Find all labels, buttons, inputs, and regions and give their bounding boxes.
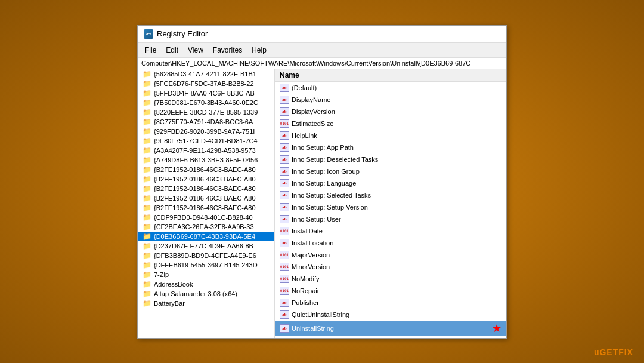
folder-icon: 📁 <box>143 270 151 279</box>
tree-item-label: {8C775E70-A791-4DA8-BCC3-6A <box>154 118 253 125</box>
registry-values-pane[interactable]: Name ab(Default)abDisplayNameabDisplayVe… <box>275 69 506 338</box>
menu-item-view[interactable]: View <box>183 44 208 56</box>
registry-tree-pane[interactable]: 📁{562885D3-41A7-4211-822E-B1B1📁{5FCE6D76… <box>138 69 275 338</box>
folder-icon: 📁 <box>143 194 151 202</box>
registry-value-name: Inno Setup: Language <box>292 180 501 187</box>
tree-item[interactable]: 📁{CDF9FBD0-D948-401C-B828-40 <box>138 213 274 222</box>
tree-item[interactable]: 📁{5FFD3D4F-8AA0-4C6F-8B3C-AB <box>138 88 274 98</box>
registry-value-name: Inno Setup: Deselected Tasks <box>292 156 501 163</box>
ab-icon: ab <box>280 155 289 164</box>
ab-icon: ab <box>280 84 289 92</box>
ab-icon: ab <box>280 96 289 104</box>
tree-item[interactable]: 📁7-Zip <box>138 270 274 279</box>
menu-item-help[interactable]: Help <box>247 44 271 56</box>
folder-icon: 📁 <box>143 223 151 231</box>
tree-item[interactable]: 📁{CF2BEA3C-26EA-32F8-AA9B-33 <box>138 222 274 232</box>
tree-item-label: {562885D3-41A7-4211-822E-B1B1 <box>154 70 256 78</box>
registry-value-name: Inno Setup: Icon Group <box>292 168 501 175</box>
tree-item-label: {B2FE1952-0186-46C3-BAEC-A80 <box>154 185 256 192</box>
tree-item[interactable]: 📁{B2FE1952-0186-46C3-BAEC-A80 <box>138 184 274 193</box>
folder-icon: 📁 <box>143 127 151 136</box>
registry-value-row[interactable]: ab(Default) <box>275 82 506 94</box>
num-icon: 0101 <box>280 287 289 295</box>
tree-item[interactable]: 📁{A3A4207F-9E11-4298-A538-9573 <box>138 146 274 155</box>
menu-item-favorites[interactable]: Favorites <box>208 44 247 56</box>
tree-item-label: {A3A4207F-9E11-4298-A538-9573 <box>154 147 256 154</box>
registry-value-row[interactable]: abURLInfoAbout <box>275 336 506 338</box>
registry-value-name: MajorVersion <box>292 251 501 259</box>
tree-item[interactable]: 📁{DFFEB619-5455-3697-B145-243D <box>138 260 274 270</box>
tree-item[interactable]: 📁{5FCE6D76-F5DC-37AB-B2B8-22 <box>138 79 274 88</box>
tree-item-label: {B2FE1952-0186-46C3-BAEC-A80 <box>154 166 256 173</box>
tree-item[interactable]: 📁Altap Salamander 3.08 (x64) <box>138 289 274 299</box>
registry-editor-window: 🗝 Registry Editor FileEditViewFavoritesH… <box>137 25 507 339</box>
tree-item-label: {5FCE6D76-F5DC-37AB-B2B8-22 <box>154 80 254 87</box>
title-bar: 🗝 Registry Editor <box>138 26 506 43</box>
tree-item[interactable]: 📁{D0E36B69-687C-43B3-93BA-5E4 <box>138 232 274 241</box>
registry-value-row[interactable]: abInno Setup: App Path <box>275 141 506 153</box>
registry-value-row[interactable]: abUninstallString ★ <box>275 321 506 336</box>
tree-item[interactable]: 📁{562885D3-41A7-4211-822E-B1B1 <box>138 69 274 79</box>
registry-value-name: DisplayName <box>292 96 501 103</box>
watermark-text: uGETFIX <box>594 347 633 357</box>
tree-item[interactable]: 📁{9E80F751-7CFD-4CD1-BD81-7C4 <box>138 136 274 146</box>
registry-value-name: DisplayVersion <box>292 108 501 115</box>
registry-value-row[interactable]: abHelpLink <box>275 130 506 141</box>
menu-item-edit[interactable]: Edit <box>161 44 183 56</box>
registry-value-row[interactable]: 0101NoModify <box>275 273 506 285</box>
registry-value-row[interactable]: abInno Setup: Language <box>275 177 506 189</box>
registry-value-row[interactable]: 0101InstallDate <box>275 225 506 237</box>
registry-value-row[interactable]: 0101MajorVersion <box>275 249 506 261</box>
registry-value-name: Inno Setup: App Path <box>292 144 501 151</box>
folder-icon: 📁 <box>143 280 151 288</box>
registry-value-row[interactable]: abInno Setup: Deselected Tasks <box>275 153 506 165</box>
registry-value-row[interactable]: abInno Setup: Icon Group <box>275 165 506 177</box>
tree-item[interactable]: 📁{B2FE1952-0186-46C3-BAEC-A80 <box>138 203 274 213</box>
folder-icon: 📁 <box>143 70 151 78</box>
registry-value-row[interactable]: abPublisher <box>275 297 506 309</box>
tree-item[interactable]: 📁{D237D67F-E77C-4D9E-AA66-8B <box>138 241 274 251</box>
registry-value-row[interactable]: 0101EstimatedSize <box>275 118 506 130</box>
registry-value-row[interactable]: abInno Setup: User <box>275 213 506 225</box>
menu-item-file[interactable]: File <box>140 44 161 56</box>
tree-item[interactable]: 📁BatteryBar <box>138 299 274 308</box>
ab-icon: ab <box>280 167 289 176</box>
tree-item[interactable]: 📁AddressBook <box>138 279 274 289</box>
tree-item[interactable]: 📁{B2FE1952-0186-46C3-BAEC-A80 <box>138 193 274 203</box>
tree-item[interactable]: 📁{B2FE1952-0186-46C3-BAEC-A80 <box>138 165 274 174</box>
registry-value-row[interactable]: abInno Setup: Setup Version <box>275 201 506 213</box>
folder-icon: 📁 <box>143 79 151 88</box>
tree-item-label: {D0E36B69-687C-43B3-93BA-5E4 <box>154 233 255 240</box>
folder-icon: 📁 <box>143 156 151 164</box>
registry-value-row[interactable]: abInno Setup: Selected Tasks <box>275 189 506 201</box>
folder-icon: 📁 <box>143 213 151 222</box>
registry-value-name: NoRepair <box>292 287 501 294</box>
tree-item[interactable]: 📁{8C775E70-A791-4DA8-BCC3-6A <box>138 117 274 127</box>
registry-value-name: EstimatedSize <box>292 120 501 127</box>
tree-item[interactable]: 📁{929FBD26-9020-399B-9A7A-751I <box>138 127 274 136</box>
registry-value-row[interactable]: abQuietUninstallString <box>275 309 506 321</box>
registry-value-name: UninstallString <box>292 325 492 332</box>
num-icon: 0101 <box>280 119 289 128</box>
annotation-star: ★ <box>492 322 501 335</box>
folder-icon: 📁 <box>143 118 151 126</box>
registry-value-row[interactable]: 0101NoRepair <box>275 285 506 297</box>
main-content: 📁{562885D3-41A7-4211-822E-B1B1📁{5FCE6D76… <box>138 69 506 338</box>
address-bar[interactable]: Computer\HKEY_LOCAL_MACHINE\SOFTWARE\Mic… <box>138 58 506 69</box>
tree-item-label: {CF2BEA3C-26EA-32F8-AA9B-33 <box>154 223 254 230</box>
tree-item[interactable]: 📁{7B50D081-E670-3B43-A460-0E2C <box>138 98 274 107</box>
registry-value-row[interactable]: abInstallLocation <box>275 237 506 249</box>
registry-value-row[interactable]: 0101MinorVersion <box>275 261 506 273</box>
tree-item[interactable]: 📁{DFB3B89D-BD9D-4CFE-A4E9-E6 <box>138 251 274 260</box>
tree-item[interactable]: 📁{8220EEFE-38CD-377E-8595-1339 <box>138 107 274 117</box>
folder-icon: 📁 <box>143 108 151 116</box>
tree-item[interactable]: 📁{B2FE1952-0186-46C3-BAEC-A80 <box>138 174 274 184</box>
tree-item[interactable]: 📁{A749D8E6-B613-3BE3-8F5F-0456 <box>138 155 274 165</box>
ab-icon: ab <box>280 324 289 333</box>
folder-icon: 📁 <box>143 242 151 250</box>
registry-value-row[interactable]: abDisplayName <box>275 94 506 106</box>
folder-icon: 📁 <box>143 165 151 174</box>
folder-icon: 📁 <box>143 261 151 269</box>
registry-value-row[interactable]: abDisplayVersion <box>275 106 506 118</box>
registry-value-name: (Default) <box>292 84 501 91</box>
